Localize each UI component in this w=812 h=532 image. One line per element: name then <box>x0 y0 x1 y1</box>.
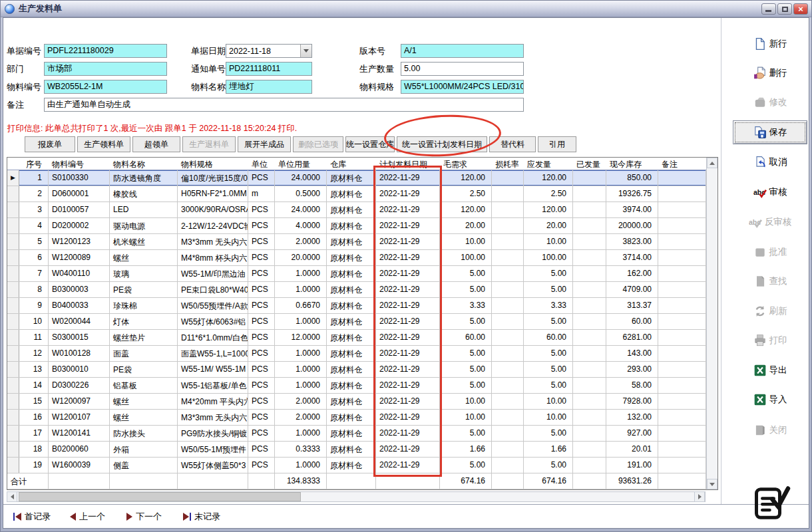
cell-due-issue-qty[interactable]: 5.00 <box>524 426 573 441</box>
cell-plan-issue-date[interactable]: 2022-11-29 <box>376 202 440 217</box>
cell-seq[interactable]: 10 <box>19 314 49 329</box>
table-row[interactable]: 7W0400110玻璃W55-1M/印黑边油PCS1.0000原材料仓2022-… <box>7 266 717 282</box>
cell-unit[interactable]: PCS <box>248 458 275 473</box>
cell-issued-qty[interactable] <box>573 394 606 409</box>
cell-gross-demand[interactable]: 3.33 <box>440 298 492 313</box>
cell-unit-usage[interactable]: 1.0000 <box>275 362 327 377</box>
cell-material-name[interactable]: 螺丝 <box>110 394 178 409</box>
cell-issued-qty[interactable] <box>573 426 606 441</box>
cell-remark[interactable] <box>658 186 706 201</box>
cell-loss-rate[interactable] <box>492 266 524 281</box>
cell-seq[interactable]: 5 <box>19 234 49 249</box>
cell-material-name[interactable]: 螺丝 <box>110 410 178 425</box>
cell-remark[interactable] <box>658 362 706 377</box>
cell-seq[interactable]: 19 <box>19 458 49 473</box>
row-indicator[interactable] <box>7 362 19 377</box>
cell-plan-issue-date[interactable]: 2022-11-29 <box>376 458 440 473</box>
cell-material-code[interactable]: W1600039 <box>49 458 110 473</box>
cell-material-code[interactable]: S0300015 <box>49 330 110 345</box>
cell-unit[interactable]: m <box>248 186 275 201</box>
column-header-material-code[interactable]: 物料编号 <box>49 158 110 170</box>
cell-remark[interactable] <box>658 330 706 345</box>
cell-material-name[interactable]: 玻璃 <box>110 266 178 281</box>
cell-unit[interactable]: PCS <box>248 202 275 217</box>
cell-material-code[interactable]: W0100128 <box>49 346 110 361</box>
row-indicator[interactable] <box>7 426 19 441</box>
cell-unit-usage[interactable]: 24.0000 <box>275 170 327 186</box>
row-indicator[interactable] <box>7 378 19 393</box>
cell-issued-qty[interactable] <box>573 218 606 233</box>
cell-loss-rate[interactable] <box>492 442 524 457</box>
cell-spec[interactable]: 2-12W/12-24VDC输 <box>178 218 248 233</box>
cell-warehouse[interactable]: 原材料仓 <box>327 202 376 217</box>
cell-unit-usage[interactable]: 1.0000 <box>275 346 327 361</box>
first-record-button[interactable]: 首记录 <box>13 511 51 523</box>
cell-remark[interactable] <box>658 458 706 473</box>
column-header-issued-qty[interactable]: 已发量 <box>573 158 606 170</box>
cell-material-code[interactable]: W1200141 <box>49 426 110 441</box>
cell-loss-rate[interactable] <box>492 362 524 377</box>
close-button[interactable]: × <box>793 3 808 15</box>
row-indicator[interactable] <box>7 234 19 249</box>
cell-material-code[interactable]: D0600001 <box>49 186 110 201</box>
cell-due-issue-qty[interactable]: 20.00 <box>524 218 573 233</box>
column-header-warehouse[interactable]: 仓库 <box>327 158 376 170</box>
cell-gross-demand[interactable]: 60.00 <box>440 330 492 345</box>
cell-warehouse[interactable]: 原材料仓 <box>327 458 376 473</box>
cell-seq[interactable]: 12 <box>19 346 49 361</box>
expand-semi-finished-button[interactable]: 展开半成品 <box>238 136 291 152</box>
cell-current-stock[interactable]: 162.00 <box>606 266 658 281</box>
cell-material-code[interactable]: B0300003 <box>49 282 110 297</box>
cell-spec[interactable]: W55-1M/ W55-1M <box>178 362 248 377</box>
cell-material-code[interactable]: W0400110 <box>49 266 110 281</box>
row-indicator[interactable] <box>7 330 19 345</box>
substitute-material-button[interactable]: 替代料 <box>489 136 536 152</box>
cell-material-code[interactable]: W1200097 <box>49 394 110 409</box>
cell-issued-qty[interactable] <box>573 186 606 201</box>
cell-material-code[interactable]: W1200107 <box>49 410 110 425</box>
cell-loss-rate[interactable] <box>492 378 524 393</box>
cell-due-issue-qty[interactable]: 5.00 <box>524 458 573 473</box>
cell-loss-rate[interactable] <box>492 202 524 217</box>
cell-spec[interactable]: PE束口袋L80*W40 <box>178 282 248 297</box>
cell-material-name[interactable]: 螺丝 <box>110 250 178 265</box>
cell-seq[interactable]: 15 <box>19 394 49 409</box>
cell-current-stock[interactable]: 3714.00 <box>606 250 658 265</box>
cell-unit[interactable]: PCS <box>248 394 275 409</box>
cell-gross-demand[interactable]: 5.00 <box>440 458 492 473</box>
cell-spec[interactable]: 3000K/90RA/OSRA <box>178 202 248 217</box>
cell-unit-usage[interactable]: 24.0000 <box>275 202 327 217</box>
cell-warehouse[interactable]: 原材料仓 <box>327 426 376 441</box>
cell-unit-usage[interactable]: 1.0000 <box>275 426 327 441</box>
cell-material-code[interactable]: W1200089 <box>49 250 110 265</box>
cell-seq[interactable]: 6 <box>19 250 49 265</box>
cell-loss-rate[interactable] <box>492 218 524 233</box>
cell-seq[interactable]: 1 <box>19 170 49 186</box>
cell-current-stock[interactable]: 143.00 <box>606 346 658 361</box>
cell-material-name[interactable]: 侧盖 <box>110 458 178 473</box>
cell-unit[interactable]: PCS <box>248 410 275 425</box>
cell-due-issue-qty[interactable]: 120.00 <box>524 202 573 217</box>
cell-unit-usage[interactable]: 1.0000 <box>275 314 327 329</box>
cell-gross-demand[interactable]: 5.00 <box>440 266 492 281</box>
prev-record-button[interactable]: 上一个 <box>70 511 105 523</box>
cell-plan-issue-date[interactable]: 2022-11-29 <box>376 250 440 265</box>
cell-warehouse[interactable]: 原材料仓 <box>327 394 376 409</box>
cell-warehouse[interactable]: 原材料仓 <box>327 410 376 425</box>
cell-material-name[interactable]: 螺丝垫片 <box>110 330 178 345</box>
cell-current-stock[interactable]: 60.00 <box>606 314 658 329</box>
last-record-button[interactable]: 末记录 <box>183 511 220 523</box>
cell-warehouse[interactable]: 原材料仓 <box>327 218 376 233</box>
scroll-down-button[interactable] <box>707 479 717 489</box>
save-button[interactable]: 保存 <box>733 120 807 144</box>
cell-unit[interactable]: PCS <box>248 298 275 313</box>
vertical-scrollbar[interactable] <box>706 158 717 489</box>
cell-plan-issue-date[interactable]: 2022-11-29 <box>376 266 440 281</box>
cell-issued-qty[interactable] <box>573 282 606 297</box>
cell-due-issue-qty[interactable]: 5.00 <box>524 282 573 297</box>
cell-warehouse[interactable]: 原材料仓 <box>327 234 376 249</box>
cell-gross-demand[interactable]: 5.00 <box>440 362 492 377</box>
cell-remark[interactable] <box>658 250 706 265</box>
cell-remark[interactable] <box>658 442 706 457</box>
cell-warehouse[interactable]: 原材料仓 <box>327 346 376 361</box>
